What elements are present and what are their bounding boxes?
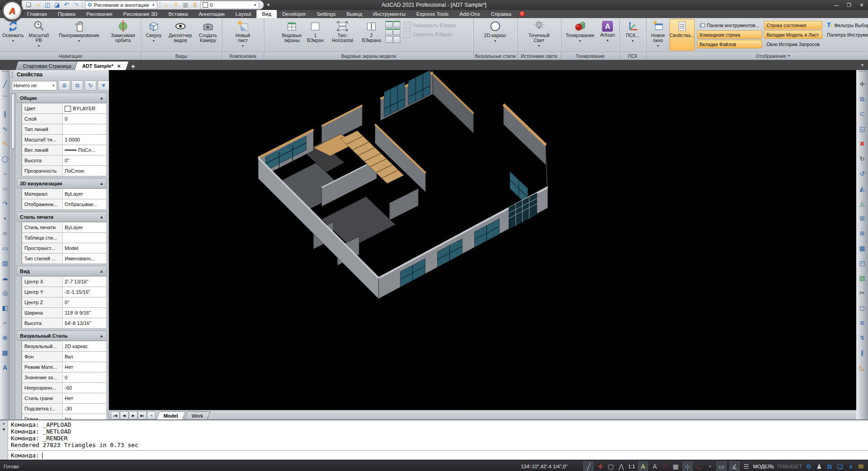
property-value[interactable]: -30 (63, 404, 106, 414)
close-tab-icon[interactable]: ✕ (117, 63, 121, 68)
draw-double-line-icon[interactable]: ∥ (0, 106, 10, 121)
point-light-button[interactable]: Точечный Свет ▼ (523, 19, 555, 51)
mirror-icon[interactable]: ◭ (856, 181, 868, 196)
viewport-2v-button[interactable]: 2 ВЭкрана (359, 19, 384, 51)
menu-tab-add-ons[interactable]: Add-Ons (454, 10, 485, 18)
layer-thaw-sun-icon[interactable]: ☀ (172, 1, 180, 9)
property-value[interactable]: ByLayer (63, 189, 106, 199)
viewport-corner-icon[interactable] (385, 36, 393, 43)
toggle-selection-filters[interactable]: Фильтры Выбора Объектов (824, 21, 868, 29)
menu-tab-рисование[interactable]: Рисование (81, 10, 118, 18)
draw-region-icon[interactable]: ⊕ (0, 330, 10, 345)
property-value[interactable]: Iso (63, 414, 106, 419)
viewport-1-button[interactable]: 1 ВЭкран (305, 19, 326, 51)
save-as-icon[interactable]: ◪ (53, 1, 61, 9)
toolbar-grip[interactable] (2, 71, 8, 75)
viewport-rect-icon[interactable] (393, 36, 400, 43)
property-value[interactable]: Вкл (63, 352, 106, 362)
next-tab-button[interactable]: ▶ (129, 411, 138, 419)
property-value[interactable]: Отбрасывае... (63, 199, 106, 209)
properties-header[interactable]: Свойства (10, 70, 109, 79)
menu-tab-справка[interactable]: Справка (485, 10, 517, 18)
viewport-bulb-icon[interactable] (393, 21, 400, 28)
draw-sketch-icon[interactable]: ✎ (0, 136, 10, 151)
menu-tab-вид[interactable]: Вид (256, 10, 277, 18)
pin-icon[interactable] (519, 11, 525, 17)
command-input[interactable]: Команда: (8, 450, 868, 460)
draw-ellipse-icon[interactable]: ○ (0, 181, 12, 196)
ribbon-group-label[interactable]: Отображение (756, 53, 786, 59)
workspace-selector[interactable]: ⚙ Рисование и аннотации ▼ (85, 1, 157, 9)
orbit-button[interactable]: Зависимая орбита (106, 19, 140, 51)
display-switch-icon[interactable]: ⧉ (826, 462, 833, 471)
toggle-tool-palette[interactable]: Палитра Инструментов (824, 30, 868, 39)
menu-tab-главная[interactable]: Главная (22, 10, 52, 18)
snap-toggle[interactable]: ⊹ (683, 462, 693, 471)
toggle-toolbars[interactable]: Панели инструментов... (697, 21, 762, 29)
menu-tab-вставка[interactable]: Вставка (163, 10, 193, 18)
property-value[interactable]: Нет (63, 362, 106, 372)
doc-tabs-menu-button[interactable]: ▼ (860, 63, 864, 67)
close-button[interactable]: ✕ (855, 0, 868, 9)
property-value[interactable]: 2D каркас (63, 341, 106, 351)
offset-icon[interactable]: ⊂ (856, 106, 868, 121)
tab-work[interactable]: Work (185, 411, 211, 419)
minimize-button[interactable]: — (830, 0, 843, 9)
section-header-общие[interactable]: Общие▲ (17, 93, 107, 103)
draw-text-icon[interactable]: A (0, 360, 10, 375)
array-3d-icon[interactable]: ▦ (856, 240, 868, 255)
break-icon[interactable]: ↯ (856, 330, 868, 345)
erase-icon[interactable]: ✖ (856, 136, 868, 151)
toggle-command-line[interactable]: Командная строка (697, 30, 762, 39)
duplicate-icon[interactable]: ⧉ (71, 80, 83, 91)
new-layout-button[interactable]: + (147, 411, 156, 419)
property-value[interactable]: ПоСл... (63, 145, 106, 155)
tab-start-page[interactable]: Стартовая Страница (15, 61, 80, 70)
toggle-file-tabs[interactable]: Вкладки Файлов (697, 40, 762, 48)
rotate-icon[interactable]: ↻ (856, 151, 868, 166)
qat-overflow-button[interactable]: ▼ (266, 3, 270, 7)
viewport-dim-icon[interactable] (393, 28, 400, 35)
collapse-arrow-icon[interactable]: ▲ (100, 96, 104, 100)
polar-array-icon[interactable]: ⊛ (856, 226, 868, 240)
view-manager-button[interactable]: Диспетчер видов (166, 19, 195, 51)
align-icon[interactable]: ≌ (856, 315, 868, 330)
toggle-history-window[interactable]: Окно Истории Запросов (764, 40, 822, 48)
mail-icon[interactable]: ✉ (857, 462, 864, 471)
menu-tab-рисование-3d[interactable]: Рисование 3D (118, 10, 163, 18)
property-value[interactable]: 0" (63, 297, 106, 307)
menu-tab-аннотации[interactable]: Аннотации (193, 10, 230, 18)
mirror-3d-icon[interactable]: ◬ (856, 196, 868, 211)
draw-polyline-icon[interactable]: ∿ (0, 121, 10, 136)
collapse-arrow-icon[interactable]: ▲ (100, 269, 104, 273)
save-icon[interactable]: ◫ (43, 1, 52, 9)
refresh-button[interactable]: Освежить ▼ (1, 19, 25, 51)
dyn-input-toggle[interactable]: ∡ (730, 462, 740, 471)
selection-cycling-toggle[interactable]: ▢ (607, 462, 614, 471)
solid-edit-icon[interactable]: ▧ (856, 270, 868, 285)
draw-donut-icon[interactable]: ◎ (0, 285, 10, 300)
redo-icon[interactable]: ↷ (72, 1, 80, 9)
menu-tab-layout[interactable]: Layout (230, 10, 257, 18)
tab-model[interactable]: Model (157, 411, 185, 419)
rotate-3d-icon[interactable]: ↺ (856, 166, 868, 181)
annotation-visibility-toggle[interactable]: A (638, 462, 648, 471)
property-value[interactable]: 119'-9 9/16" (63, 308, 106, 318)
properties-button[interactable]: Свойства... (669, 19, 695, 51)
command-history[interactable]: Команда: _APPLOADКоманда: _NETLOADКоманд… (8, 420, 868, 450)
menu-tab-express-tools[interactable]: Express Tools (411, 10, 454, 18)
property-value[interactable]: -60 (63, 383, 106, 393)
trim-icon[interactable]: ✂ (856, 285, 868, 300)
property-value[interactable]: Нет (63, 393, 106, 403)
draw-arc-icon[interactable]: ⌒ (0, 91, 10, 106)
tab-adt-sample[interactable]: ADT Sample* ✕ (74, 61, 129, 70)
stretch-icon[interactable]: ◱ (856, 121, 868, 136)
draw-arc-3pt-icon[interactable]: ⌢ (0, 166, 10, 181)
undo-icon[interactable]: ↶ (62, 1, 71, 9)
clean-screen-icon[interactable]: ◑ (847, 462, 854, 471)
grid-toggle[interactable]: ▦ (672, 462, 679, 471)
draw-hatch-icon[interactable]: ▨ (0, 255, 10, 270)
array-icon[interactable]: ⊞ (856, 211, 868, 226)
draw-fillet-icon[interactable]: ⌐ (0, 315, 10, 330)
quick-select-tree-icon[interactable]: ≣ (58, 80, 70, 91)
